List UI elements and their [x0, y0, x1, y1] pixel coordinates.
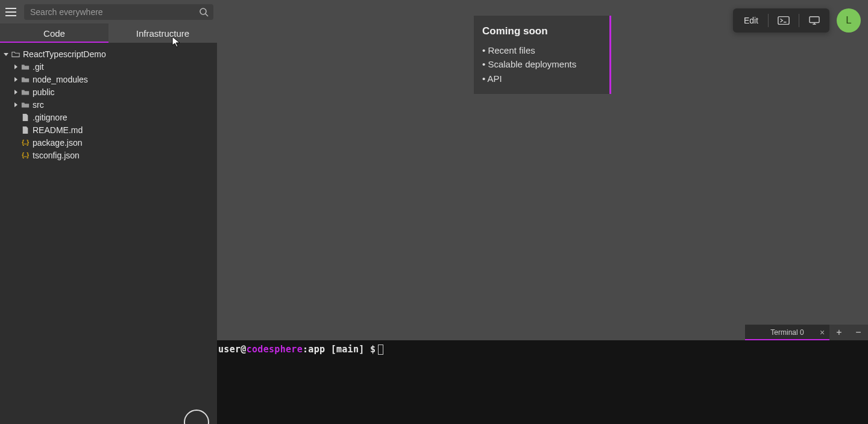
- folder-icon: [20, 101, 30, 109]
- tab-code[interactable]: Code: [0, 23, 108, 43]
- tree-file[interactable]: {..} tsconfig.json: [2, 149, 215, 161]
- file-label: package.json: [33, 138, 83, 148]
- chevron-right-icon[interactable]: [12, 76, 19, 83]
- chevron-right-icon[interactable]: [12, 89, 19, 96]
- tree-file[interactable]: .gitignore: [2, 111, 215, 123]
- json-icon: {..}: [20, 139, 30, 147]
- terminal-path: :app: [303, 344, 331, 355]
- folder-label: public: [33, 87, 55, 97]
- file-label: README.md: [33, 125, 83, 135]
- minimize-terminal-button[interactable]: −: [849, 325, 868, 340]
- file-label: tsconfig.json: [33, 151, 80, 160]
- svg-rect-9: [810, 17, 819, 23]
- file-label: .gitignore: [33, 113, 68, 122]
- svg-marker-3: [14, 64, 17, 69]
- floating-button[interactable]: [184, 410, 209, 424]
- folder-icon: [20, 88, 30, 96]
- tree-file[interactable]: README.md: [2, 123, 215, 136]
- file-icon: [20, 126, 30, 134]
- folder-label: .git: [33, 62, 44, 72]
- coming-soon-panel: Coming soon Recent files Scalable deploy…: [474, 16, 611, 94]
- svg-marker-4: [14, 77, 17, 82]
- svg-marker-5: [14, 90, 17, 95]
- folder-label: src: [33, 100, 44, 110]
- svg-marker-6: [14, 102, 17, 107]
- svg-rect-7: [778, 17, 789, 25]
- folder-label: node_modules: [33, 75, 88, 84]
- tree-root[interactable]: ReactTypescriptDemo: [2, 48, 215, 60]
- close-icon[interactable]: ×: [819, 329, 826, 336]
- coming-item: Scalable deployments: [482, 57, 601, 71]
- tree-file[interactable]: {..} package.json: [2, 136, 215, 149]
- chevron-right-icon[interactable]: [12, 63, 19, 70]
- edit-button[interactable]: Edit: [733, 8, 768, 33]
- tree-folder[interactable]: public: [2, 86, 215, 98]
- folder-open-icon: [11, 50, 20, 58]
- chevron-down-icon[interactable]: [2, 51, 10, 58]
- coming-item: API: [482, 72, 601, 86]
- avatar[interactable]: L: [837, 8, 861, 33]
- terminal-host: codesphere: [247, 344, 303, 355]
- terminal-user: user@: [218, 344, 247, 355]
- tree-folder[interactable]: src: [2, 98, 215, 111]
- svg-marker-2: [4, 53, 8, 56]
- chevron-right-icon[interactable]: [12, 101, 19, 108]
- search-input[interactable]: [30, 7, 199, 17]
- monitor-icon[interactable]: [799, 8, 829, 33]
- terminal-tab[interactable]: Terminal 0 ×: [745, 325, 829, 340]
- tab-infrastructure[interactable]: Infrastructure: [108, 23, 217, 43]
- terminal-tab-label: Terminal 0: [770, 328, 804, 337]
- toolbar: Edit: [733, 8, 829, 33]
- folder-icon: [20, 63, 30, 71]
- menu-icon[interactable]: [4, 5, 18, 19]
- terminal[interactable]: user@codesphere:app [main] $: [217, 340, 868, 424]
- terminal-prompt: $: [370, 344, 376, 355]
- add-terminal-button[interactable]: +: [829, 325, 849, 340]
- coming-item: Recent files: [482, 43, 601, 57]
- tree-folder[interactable]: node_modules: [2, 73, 215, 86]
- terminal-icon[interactable]: [769, 8, 799, 33]
- svg-point-0: [200, 8, 206, 14]
- terminal-branch: [main]: [331, 344, 370, 355]
- json-icon: {..}: [20, 151, 30, 160]
- svg-line-1: [206, 14, 208, 16]
- search-icon[interactable]: [199, 7, 209, 17]
- coming-soon-title: Coming soon: [482, 25, 601, 37]
- terminal-cursor: [378, 344, 383, 355]
- file-tree: ReactTypescriptDemo .git node_modules pu…: [0, 43, 217, 161]
- tree-folder[interactable]: .git: [2, 60, 215, 73]
- tree-root-label: ReactTypescriptDemo: [23, 49, 106, 59]
- search-box[interactable]: [24, 4, 213, 20]
- file-icon: [20, 113, 30, 122]
- folder-icon: [20, 75, 30, 84]
